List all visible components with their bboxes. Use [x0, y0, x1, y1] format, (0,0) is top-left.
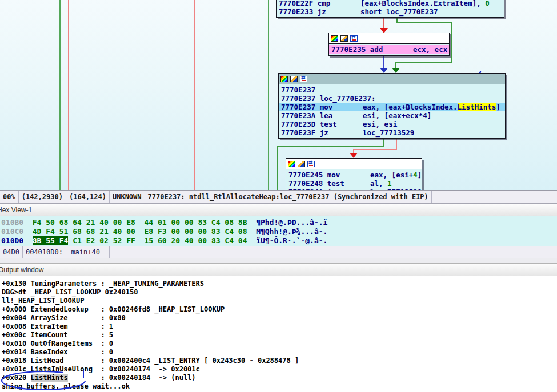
- block-header: [286, 159, 422, 169]
- xrefs-icon[interactable]: [300, 76, 307, 82]
- instruction-line[interactable]: 7770E23A lea esi, [eax+ecx*4]: [279, 111, 505, 120]
- text-segment: 7770E23A lea esi, [eax+ecx*4]: [281, 111, 431, 120]
- status-cell: 00%: [0, 191, 19, 203]
- edit-icon[interactable]: [340, 35, 348, 42]
- status-cell: UNKNOWN: [110, 191, 145, 203]
- output-line: +0x00c ItemCount : 5: [2, 331, 557, 340]
- text-segment: ListHints: [31, 374, 68, 382]
- block-header: [279, 74, 505, 84]
- text-segment: [23, 227, 33, 236]
- text-segment: 7770E237 mov eax, [eax+BlocksIndex.: [281, 103, 458, 111]
- output-line: +0x018 ListHead : 0x002400c4 _LIST_ENTRY…: [2, 357, 557, 365]
- text-segment: 7770E22F cmp [eax+BlocksIndex.ExtraItem]…: [279, 0, 485, 7]
- text-segment: 7770E237: [281, 86, 315, 94]
- text-segment: : 0x00240184 -> (null): [68, 374, 196, 382]
- text-segment: 7770E248 test al,: [288, 179, 387, 188]
- text-segment: [23, 218, 33, 227]
- text-segment: 7770E245 mov eax, [esi+: [288, 171, 413, 179]
- hex-row[interactable]: 010C0 4D F4 51 68 68 21 40 00 E8 F3 00 0…: [1, 227, 557, 236]
- instruction-line[interactable]: 7770E237 mov eax, [eax+BlocksIndex.ListH…: [279, 103, 505, 111]
- graph-view[interactable]: 7770E22F cmp [eax+BlocksIndex.ExtraItem]…: [0, 0, 557, 191]
- text-segment: ]: [496, 103, 500, 111]
- debugger-window: 7770E22F cmp [eax+BlocksIndex.ExtraItem]…: [0, 0, 557, 392]
- hexview-caption[interactable]: Hex View-1: [0, 204, 557, 216]
- output-line: +0x010 OutOfRangeItems : 0: [2, 340, 557, 348]
- output-line: ll!_HEAP_LIST_LOOKUP: [2, 297, 557, 305]
- hex-view[interactable]: 010B0 F4 50 68 64 21 40 00 E8 44 01 00 0…: [0, 216, 557, 246]
- text-segment: +0x000 ExtendedLookup : 0x00246fd8 _HEAP…: [2, 305, 225, 313]
- instruction-line[interactable]: 7770E23D test esi, esi: [279, 120, 505, 128]
- xrefs-icon[interactable]: [307, 161, 315, 167]
- output-line: +0x008 ExtraItem : 1: [2, 322, 557, 331]
- text-segment: [247, 236, 257, 245]
- text-segment: 8B 55 F4: [33, 236, 69, 245]
- text-segment: 4: [413, 171, 418, 179]
- block-7770E235[interactable]: 7770E235 add ecx, ecx: [328, 33, 450, 56]
- instruction-line[interactable]: 7770E23F jz loc_77713529: [279, 128, 505, 137]
- text-segment: [135, 227, 145, 236]
- arrowhead-red-2: [350, 153, 358, 158]
- text-segment: ll!_HEAP_LIST_LOOKUP: [2, 297, 85, 305]
- text-segment: 15 60 20 40 00 83 C4 04: [144, 236, 247, 245]
- block-7770E22F[interactable]: 7770E22F cmp [eax+BlocksIndex.ExtraItem]…: [276, 0, 504, 18]
- instruction-line[interactable]: 7770E245 mov eax, [esi+4]: [286, 171, 422, 179]
- instruction-line[interactable]: 7770E248 test al, 1: [286, 179, 422, 188]
- text-segment: 7770E235 add ecx, ecx: [331, 45, 447, 54]
- panel-splitter[interactable]: [0, 258, 557, 264]
- xrefs-icon[interactable]: [350, 35, 358, 42]
- hex-row[interactable]: 010B0 F4 50 68 64 21 40 00 E8 44 01 00 0…: [1, 218, 557, 227]
- edit-icon[interactable]: [298, 161, 305, 167]
- text-segment: DBG>dt _HEAP_LIST_LOOKUP 0x240150: [2, 288, 138, 296]
- text-segment: 010C0: [1, 227, 23, 236]
- text-segment: +0x008 ExtraItem : 1: [2, 322, 113, 330]
- output-window[interactable]: +0x130 TuningParameters : _HEAP_TUNING_P…: [0, 276, 557, 392]
- palette-icon[interactable]: [288, 161, 295, 167]
- edge-red-down: [354, 138, 396, 153]
- text-segment: 0: [485, 0, 490, 7]
- text-segment: 4D F4 51 68 68 21 40 00: [33, 227, 135, 236]
- arrowhead-green: [392, 68, 400, 73]
- text-segment: [247, 218, 256, 227]
- block-7770E237[interactable]: 7770E2377770E237 loc_7770E237:7770E237 m…: [278, 73, 506, 139]
- palette-icon[interactable]: [331, 35, 338, 42]
- output-line: shing buffers, please wait...ok: [2, 382, 557, 391]
- output-line: +0x004 ArraySize : 0x80: [2, 314, 557, 322]
- hexview-title: Hex View-1: [0, 206, 32, 214]
- text-segment: 7770E237 loc_7770E237:: [281, 94, 376, 103]
- text-segment: 010D0: [1, 236, 23, 245]
- instruction-line[interactable]: 7770E237: [279, 86, 505, 94]
- text-segment: 44 01 00 00 83 C4 08 8B: [144, 218, 247, 227]
- output-line: +0x014 BaseIndex : 0: [2, 348, 557, 357]
- text-segment: [135, 218, 145, 227]
- edit-icon[interactable]: [290, 76, 298, 82]
- status-cell: (164,124): [66, 191, 110, 203]
- text-segment: +0x010 OutOfRangeItems : 0: [2, 340, 113, 347]
- text-segment: ¶Phd!@.ÞD...â-.ï: [256, 218, 327, 227]
- text-segment: [23, 236, 33, 245]
- hex-status-cell: [103, 246, 110, 258]
- output-line: +0x000 ExtendedLookup : 0x00246fd8 _HEAP…: [2, 305, 557, 314]
- instruction-line[interactable]: 7770E235 add ecx, ecx: [329, 45, 449, 54]
- text-segment: 7770E24A jz loc_77713529: [288, 188, 422, 191]
- output-line: DBG>dt _HEAP_LIST_LOOKUP 0x240150: [2, 288, 557, 297]
- status-cell-filler: [432, 191, 557, 203]
- text-segment: +0x01c ListsInUseUlong : 0x00240174 -> 0…: [2, 365, 200, 373]
- text-segment: ]: [418, 171, 422, 179]
- output-line: +0x130 TuningParameters : _HEAP_TUNING_P…: [2, 280, 557, 288]
- instruction-line[interactable]: 7770E237 loc_7770E237:: [279, 94, 505, 103]
- output-line: +0x020 ListHints : 0x00240184 -> (null): [2, 374, 557, 382]
- text-segment: 1: [387, 179, 392, 188]
- text-segment: +0x020: [2, 374, 31, 382]
- hex-row[interactable]: 010D0 8B 55 F4 C1 E2 02 52 FF 15 60 20 4…: [1, 236, 557, 245]
- text-segment: ïU¶-Ô.R·.`·@.â-.: [256, 236, 327, 245]
- output-caption[interactable]: Output window: [0, 264, 557, 276]
- output-line: +0x01c ListsInUseUlong : 0x00240174 -> 0…: [2, 365, 557, 374]
- block-7770E245[interactable]: 7770E245 mov eax, [esi+4]7770E248 test a…: [286, 158, 422, 191]
- instruction-line[interactable]: 7770E233 jz short loc_7770E237: [277, 7, 504, 16]
- status-cell: (142,2930): [19, 191, 66, 203]
- instruction-line[interactable]: 7770E24A jz loc_77713529: [286, 188, 422, 191]
- instruction-line[interactable]: 7770E22F cmp [eax+BlocksIndex.ExtraItem]…: [277, 0, 504, 7]
- text-segment: 010B0: [1, 218, 23, 227]
- palette-icon[interactable]: [280, 76, 288, 82]
- text-segment: shing buffers, please wait...ok: [2, 382, 130, 390]
